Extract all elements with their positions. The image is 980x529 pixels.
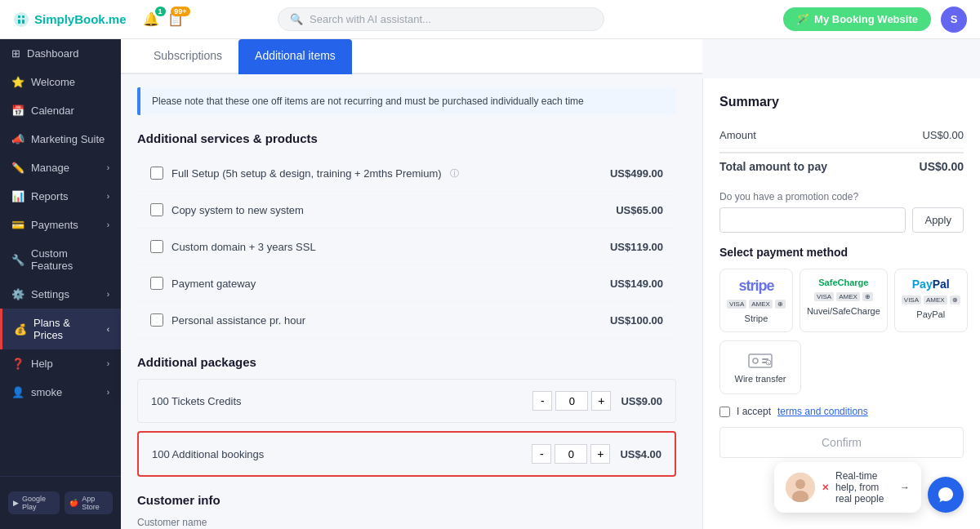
sidebar-item-plans[interactable]: 💰 Plans & Prices ‹ [0,309,121,349]
service-price: US$65.00 [616,204,663,216]
confirm-button[interactable]: Confirm [719,427,964,458]
chat-open-button[interactable] [928,477,964,513]
sidebar-item-label: Welcome [31,76,75,88]
sidebar-item-dashboard[interactable]: ⊞ Dashboard [0,39,121,68]
sidebar-item-custom-features[interactable]: 🔧 Custom Features [0,239,121,280]
sidebar-item-welcome[interactable]: ⭐ Welcome [0,68,121,96]
tab-additional-items[interactable]: Additional items [238,39,352,74]
tab-subscriptions[interactable]: Subscriptions [137,39,238,74]
summary-title: Summary [719,95,964,109]
packages-section-title: Additional packages [137,355,676,369]
sidebar-item-calendar[interactable]: 📅 Calendar [0,96,121,125]
chevron-icon: › [107,192,109,201]
service-checkbox-payment-gateway[interactable] [150,277,163,290]
sidebar-item-plans-wrapper: 💰 Plans & Prices ‹ Subscriptions Additio… [0,309,121,349]
service-price: US$100.00 [610,314,663,327]
app-store-badge[interactable]: 🍎 App Store [65,491,113,514]
service-item-payment-gateway: Payment gateway US$149.00 [137,265,676,302]
wire-transfer-label: Wire transfer [735,374,786,384]
service-price: US$119.00 [610,241,663,253]
paypal-cards: VISA AMEX ⊕ [902,296,960,305]
google-play-badge[interactable]: ▶ Google Play [8,491,60,514]
logo[interactable]: SimplyBook.me [13,11,127,28]
customer-section: Customer info Customer name [137,493,676,529]
package-price: US$4.00 [620,448,662,460]
payment-method-stripe[interactable]: stripe VISA AMEX ⊕ Stripe [719,269,793,332]
custom-icon: 🔧 [11,254,24,266]
sidebar-item-payments[interactable]: 💳 Payments › [0,211,121,239]
service-checkbox-full-setup[interactable] [150,167,163,180]
qty-input-tickets[interactable] [555,391,588,411]
sidebar-item-label: Help [31,358,53,370]
qty-input-bookings[interactable] [555,444,587,464]
sidebar-item-settings[interactable]: ⚙️ Settings › [0,280,121,309]
reports-icon: 📊 [11,190,24,202]
sidebar-item-reports[interactable]: 📊 Reports › [0,182,121,211]
payments-icon: 💳 [11,219,24,231]
service-checkbox-custom-domain[interactable] [150,240,163,253]
qty-minus-tickets[interactable]: - [532,391,552,411]
sidebar-item-marketing[interactable]: 📣 Marketing Suite [0,125,121,153]
service-item-custom-domain: Custom domain + 3 years SSL US$119.00 [137,229,676,265]
chat-arrow: → [900,482,910,493]
qty-plus-bookings[interactable]: + [590,444,610,464]
stripe-label: Stripe [745,313,768,323]
terms-checkbox[interactable] [719,407,730,417]
payment-title: Select payment method [719,246,964,259]
summary-amount-row: Amount US$0.00 [719,122,964,149]
qty-minus-bookings[interactable]: - [532,444,551,464]
chat-widget: ✕ Real-time help, from real people → [774,462,964,513]
logo-text: SimplyBook.me [34,12,127,26]
sidebar-item-label: Dashboard [27,47,79,60]
svg-rect-4 [22,20,24,24]
chat-avatar [786,473,815,502]
sidebar-item-label: Payments [31,219,78,231]
service-checkbox-personal-assistance[interactable] [150,313,163,327]
service-checkbox-copy-system[interactable] [150,203,163,216]
payment-method-safecharge[interactable]: SafeCharge VISA AMEX ⊕ Nuvei/SafeCharge [800,269,888,332]
info-icon: ⓘ [450,167,459,180]
tabs-header: Subscriptions Additional items [121,39,702,74]
payment-method-wire[interactable]: Wire transfer [719,340,801,394]
safecharge-logo: SafeCharge [818,278,868,287]
sidebar-item-help[interactable]: ❓ Help › [0,349,121,378]
chat-popup-text: Real-time help, from real people [835,470,893,505]
manage-icon: ✏️ [11,162,24,174]
avatar[interactable]: S [941,7,967,33]
chevron-icon: › [107,220,109,229]
service-item-personal-assistance: Personal assistance pr. hour US$100.00 [137,302,676,339]
notice-banner: Please note that these one off items are… [137,87,676,115]
qty-plus-tickets[interactable]: + [591,391,611,411]
service-price: US$499.00 [610,167,663,180]
service-label: Full Setup (5h setup & design, training … [172,167,442,180]
notification-icon[interactable]: 🔔 1 [143,11,159,27]
sidebar-item-smoke[interactable]: 👤 smoke › [0,378,121,407]
chevron-icon: › [107,388,109,397]
svg-rect-2 [22,16,24,18]
apply-button[interactable]: Apply [912,207,964,233]
search-bar[interactable]: 🔍 Search with AI assistant... [278,7,604,31]
sidebar-item-label: Plans & Prices [33,317,100,341]
message-icon[interactable]: 📋 99+ [167,11,184,27]
payment-method-paypal[interactable]: PayPal VISA AMEX ⊕ PayPal [894,269,968,332]
booking-website-button[interactable]: 🪄 My Booking Website [783,7,931,31]
sidebar-item-manage[interactable]: ✏️ Manage › [0,153,121,182]
sidebar-item-label: smoke [31,386,62,398]
package-item-bookings: 100 Additional bookings - + US$4.00 [137,431,676,477]
topnav-right: 🪄 My Booking Website S [783,7,967,33]
wand-icon: 🪄 [796,13,809,25]
terms-row: I accept terms and conditions [719,406,964,417]
chevron-icon: › [107,290,109,299]
paypal-logo: PayPal [912,278,950,291]
store-badges: ▶ Google Play 🍎 App Store [0,485,121,521]
settings-icon: ⚙️ [11,288,24,300]
customer-section-title: Customer info [137,493,676,507]
chat-close-icon: ✕ [822,482,829,493]
booking-btn-label: My Booking Website [814,13,918,25]
chat-popup: ✕ Real-time help, from real people → [774,462,921,513]
promo-input[interactable] [719,207,906,233]
search-icon: 🔍 [290,13,303,25]
quantity-control-bookings: - + [532,444,610,464]
terms-link[interactable]: terms and conditions [777,406,868,417]
promo-label: Do you have a promotion code? [719,191,964,202]
